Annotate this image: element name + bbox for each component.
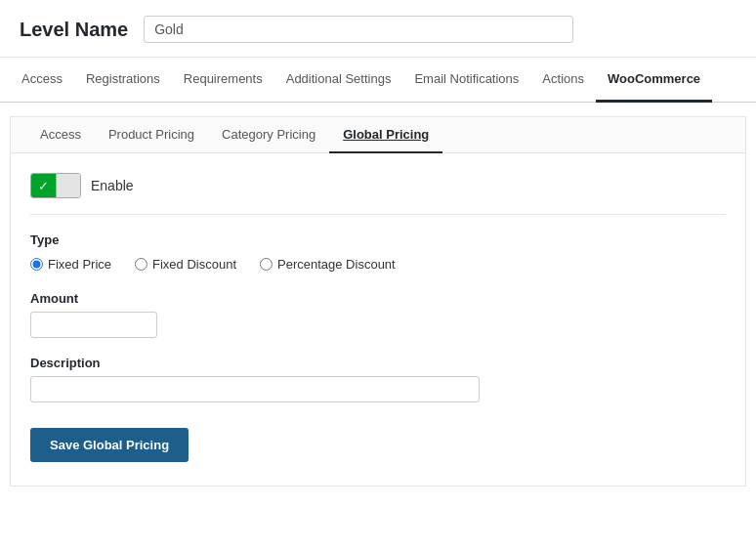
enable-toggle[interactable]: ✓ — [30, 173, 81, 198]
level-name-input[interactable] — [144, 16, 573, 43]
description-input[interactable] — [30, 376, 480, 402]
radio-fixed-price-input[interactable] — [30, 258, 43, 271]
level-name-label: Level Name — [20, 19, 128, 41]
radio-fixed-discount-label: Fixed Discount — [152, 257, 236, 272]
save-global-pricing-button[interactable]: Save Global Pricing — [30, 428, 189, 462]
top-nav: Access Registrations Requirements Additi… — [0, 58, 756, 103]
type-group: Type Fixed Price Fixed Discount Percenta… — [30, 232, 726, 272]
description-group: Description — [30, 356, 726, 402]
tab-actions[interactable]: Actions — [530, 58, 596, 103]
radio-percentage-discount[interactable]: Percentage Discount — [260, 257, 396, 272]
radio-fixed-price[interactable]: Fixed Price — [30, 257, 111, 272]
type-label: Type — [30, 232, 726, 247]
toggle-unchecked-part — [56, 174, 80, 197]
subtab-category-pricing[interactable]: Category Pricing — [208, 117, 329, 153]
tab-additional-settings[interactable]: Additional Settings — [274, 58, 403, 103]
tab-access[interactable]: Access — [10, 58, 74, 103]
sub-tabs: Access Product Pricing Category Pricing … — [11, 117, 745, 153]
enable-row: ✓ Enable — [30, 173, 726, 215]
amount-label: Amount — [30, 291, 726, 306]
radio-percentage-discount-input[interactable] — [260, 258, 273, 271]
description-label: Description — [30, 356, 726, 370]
radio-fixed-discount-input[interactable] — [135, 258, 147, 271]
tab-woocommerce[interactable]: WooCommerce — [596, 58, 712, 103]
tab-email-notifications[interactable]: Email Notifications — [402, 58, 530, 103]
subtab-product-pricing[interactable]: Product Pricing — [95, 117, 208, 153]
tab-registrations[interactable]: Registrations — [74, 58, 172, 103]
radio-percentage-discount-label: Percentage Discount — [277, 257, 396, 272]
enable-label: Enable — [91, 178, 134, 193]
radio-fixed-discount[interactable]: Fixed Discount — [135, 257, 236, 272]
amount-group: Amount — [30, 291, 726, 338]
level-name-row: Level Name — [0, 0, 756, 58]
subtab-global-pricing[interactable]: Global Pricing — [329, 117, 442, 153]
amount-input[interactable] — [30, 312, 157, 338]
content-panel: Access Product Pricing Category Pricing … — [10, 116, 746, 486]
radio-fixed-price-label: Fixed Price — [48, 257, 111, 272]
tab-requirements[interactable]: Requirements — [172, 58, 274, 103]
page-wrapper: Level Name Access Registrations Requirem… — [0, 0, 756, 549]
panel-body: ✓ Enable Type Fixed Price Fixed Discount — [11, 153, 745, 486]
subtab-access[interactable]: Access — [26, 117, 95, 153]
toggle-checked-part: ✓ — [31, 174, 56, 197]
radio-group: Fixed Price Fixed Discount Percentage Di… — [30, 257, 726, 272]
